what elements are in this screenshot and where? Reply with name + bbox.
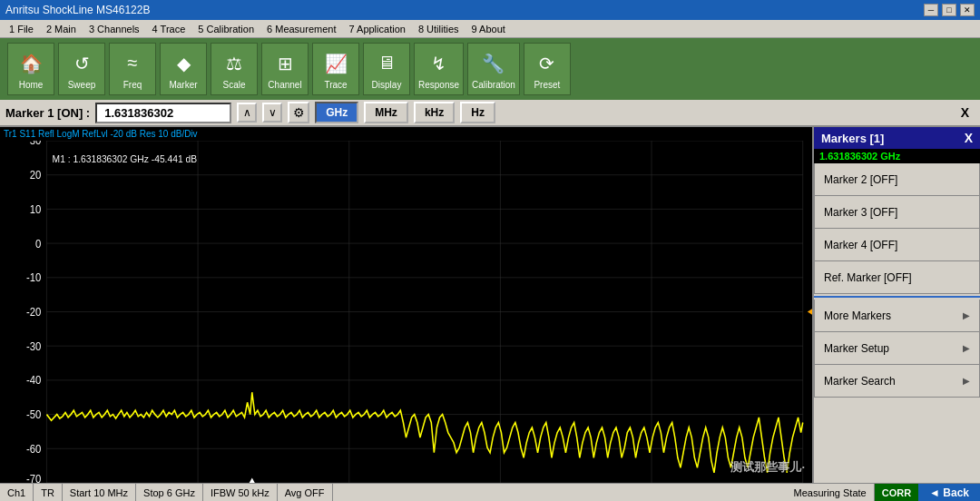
menu-application[interactable]: 7 Application [343,22,410,36]
toolbar-home-button[interactable]: 🏠Home [7,43,54,95]
chart-container: Tr1 S11 Refl LogM RefLvl -20 dB Res 10 d… [0,127,812,483]
menu-about[interactable]: 9 About [466,22,511,36]
unit-ghz-button[interactable]: GHz [315,102,358,123]
trace-icon: 📈 [321,49,350,78]
status-measuring-state: Measuring State [787,484,875,501]
menu-trace[interactable]: 4 Trace [147,22,191,36]
chart-area: 30 20 10 0 -10 -20 -30 -40 -50 -60 -70 1… [0,141,812,483]
toolbar-sweep-label: Sweep [68,80,96,90]
side-panel-title-bar: Markers [1] X [814,127,980,149]
status-corr-badge: CORR [875,484,918,501]
marker-settings-button[interactable]: ⚙ [288,102,309,123]
trace-label: Tr1 S11 Refl LogM RefLvl -20 dB Res 10 d… [0,127,812,141]
status-ifbw: IFBW 50 kHz [203,484,278,501]
marker-search-button[interactable]: Marker Search ▶ [814,365,980,398]
marker-close-button[interactable]: X [956,105,975,120]
svg-text:0: 0 [35,237,42,249]
side-panel-divider [814,296,980,298]
app-title: Anritsu ShockLine MS46122B [5,4,150,16]
marker-label: Marker 1 [ON] : [5,106,90,120]
window-controls: ─ □ ✕ [924,4,975,16]
side-panel-title-label: Markers [1] [821,132,884,145]
display-icon: 🖥 [372,49,401,78]
toolbar-channel-label: Channel [268,80,301,90]
minimize-button[interactable]: ─ [924,4,938,16]
svg-text:30: 30 [30,141,42,147]
marker-down-button[interactable]: ∨ [262,103,282,123]
freq-icon: ≈ [118,49,147,78]
marker4-button[interactable]: Marker 4 [OFF] [814,229,980,261]
toolbar-marker-button[interactable]: ◆Marker [160,43,207,95]
sweep-icon: ↺ [67,49,96,78]
svg-text:-10: -10 [26,271,42,283]
toolbar-scale-button[interactable]: ⚖Scale [211,43,258,95]
marker-bar: Marker 1 [ON] : 1.631836302 ∧ ∨ ⚙ GHz MH… [0,100,980,127]
toolbar-trace-label: Trace [324,80,347,90]
side-panel: Markers [1] X 1.631836302 GHz Marker 2 [… [812,127,980,483]
toolbar-display-label: Display [372,80,402,90]
marker-setup-button[interactable]: Marker Setup ▶ [814,332,980,365]
toolbar-calibration-label: Calibration [472,80,515,90]
maximize-button[interactable]: □ [942,4,956,16]
more-markers-button[interactable]: More Markers ▶ [814,300,980,332]
toolbar-scale-label: Scale [222,80,245,90]
svg-text:-20: -20 [26,306,42,318]
marker-value-input[interactable]: 1.631836302 [95,103,231,123]
status-tr: TR [34,484,63,501]
unit-mhz-button[interactable]: MHz [364,102,408,123]
svg-text:-50: -50 [26,408,42,420]
menu-channels[interactable]: 3 Channels [83,22,145,36]
svg-text:-30: -30 [26,339,42,351]
toolbar-freq-label: Freq [123,80,142,90]
svg-text:-70: -70 [26,473,42,483]
marker3-button[interactable]: Marker 3 [OFF] [814,196,980,229]
svg-text:-60: -60 [26,442,42,454]
menu-main[interactable]: 2 Main [41,22,82,36]
status-ch1: Ch1 [0,484,34,501]
menu-file[interactable]: 1 File [4,22,39,36]
status-stop: Stop 6 GHz [136,484,203,501]
toolbar-channel-button[interactable]: ⊞Channel [261,43,309,95]
toolbar: 🏠Home↺Sweep≈Freq◆Marker⚖Scale⊞Channel📈Tr… [0,38,980,100]
status-avg: Avg OFF [278,484,333,501]
back-button[interactable]: ◄ Back [918,484,980,501]
toolbar-freq-button[interactable]: ≈Freq [109,43,156,95]
svg-text:10: 10 [30,202,42,214]
side-panel-close-button[interactable]: X [965,131,973,145]
menu-measurement[interactable]: 6 Measurement [261,22,341,36]
close-window-button[interactable]: ✕ [960,4,975,16]
toolbar-display-button[interactable]: 🖥Display [363,43,410,95]
marker-search-arrow: ▶ [963,376,970,386]
toolbar-calibration-button[interactable]: 🔧Calibration [467,43,520,95]
more-markers-arrow: ▶ [963,310,970,320]
title-bar: Anritsu ShockLine MS46122B ─ □ ✕ [0,0,980,20]
toolbar-preset-label: Preset [534,80,560,90]
toolbar-response-label: Response [418,80,459,90]
unit-khz-button[interactable]: kHz [414,102,455,123]
preset-icon: ⟳ [533,49,562,78]
toolbar-preset-button[interactable]: ⟳Preset [524,43,571,95]
marker2-button[interactable]: Marker 2 [OFF] [814,163,980,196]
menu-utilities[interactable]: 8 Utilities [413,22,465,36]
ref-marker-button[interactable]: Ref. Marker [OFF] [814,261,980,294]
status-start: Start 10 MHz [63,484,136,501]
menu-bar: 1 File2 Main3 Channels4 Trace5 Calibrati… [0,20,980,38]
main-area: Tr1 S11 Refl LogM RefLvl -20 dB Res 10 d… [0,127,980,483]
scale-icon: ⚖ [220,49,249,78]
svg-text:M1 :  1.631836302 GHz  -45.441: M1 : 1.631836302 GHz -45.441 dB [53,153,197,164]
toolbar-sweep-button[interactable]: ↺Sweep [58,43,105,95]
chart-svg: 30 20 10 0 -10 -20 -30 -40 -50 -60 -70 1… [0,141,812,483]
unit-hz-button[interactable]: Hz [460,102,495,123]
marker-up-button[interactable]: ∧ [237,103,257,123]
marker-setup-arrow: ▶ [963,343,970,353]
svg-text:-40: -40 [26,374,42,386]
toolbar-marker-label: Marker [169,80,197,90]
menu-calibration[interactable]: 5 Calibration [192,22,260,36]
toolbar-trace-button[interactable]: 📈Trace [312,43,359,95]
toolbar-response-button[interactable]: ↯Response [414,43,464,95]
svg-text:20: 20 [30,169,42,181]
status-bar: Ch1 TR Start 10 MHz Stop 6 GHz IFBW 50 k… [0,483,980,501]
response-icon: ↯ [425,49,454,78]
calibration-icon: 🔧 [479,49,508,78]
toolbar-home-label: Home [19,80,44,90]
